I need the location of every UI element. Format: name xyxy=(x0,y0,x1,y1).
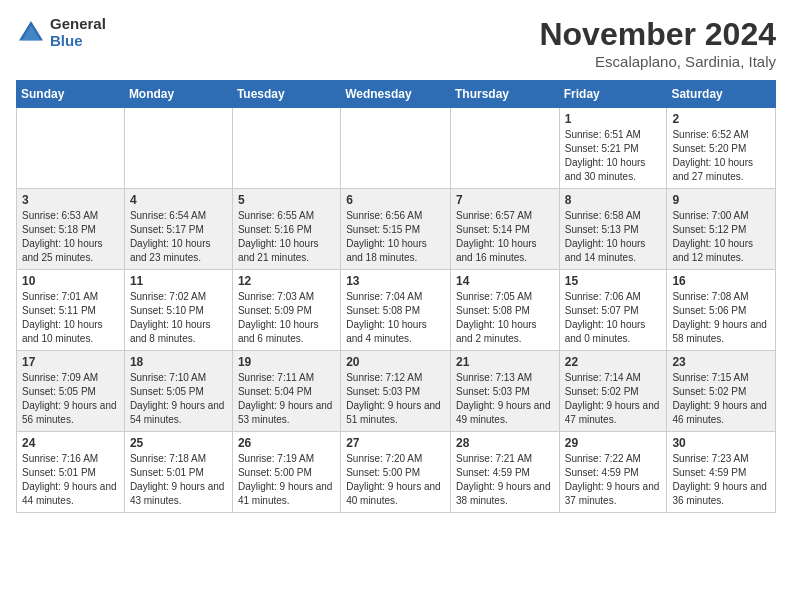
calendar-cell: 8Sunrise: 6:58 AM Sunset: 5:13 PM Daylig… xyxy=(559,189,667,270)
day-number: 17 xyxy=(22,355,119,369)
calendar-cell xyxy=(450,108,559,189)
calendar-cell: 29Sunrise: 7:22 AM Sunset: 4:59 PM Dayli… xyxy=(559,432,667,513)
day-info: Sunrise: 7:16 AM Sunset: 5:01 PM Dayligh… xyxy=(22,452,119,508)
day-number: 24 xyxy=(22,436,119,450)
location: Escalaplano, Sardinia, Italy xyxy=(539,53,776,70)
day-info: Sunrise: 7:23 AM Sunset: 4:59 PM Dayligh… xyxy=(672,452,770,508)
weekday-header-friday: Friday xyxy=(559,81,667,108)
day-info: Sunrise: 7:00 AM Sunset: 5:12 PM Dayligh… xyxy=(672,209,770,265)
day-info: Sunrise: 7:02 AM Sunset: 5:10 PM Dayligh… xyxy=(130,290,227,346)
day-number: 9 xyxy=(672,193,770,207)
calendar-cell xyxy=(124,108,232,189)
day-info: Sunrise: 7:01 AM Sunset: 5:11 PM Dayligh… xyxy=(22,290,119,346)
calendar-week-row: 1Sunrise: 6:51 AM Sunset: 5:21 PM Daylig… xyxy=(17,108,776,189)
day-number: 6 xyxy=(346,193,445,207)
day-number: 2 xyxy=(672,112,770,126)
day-info: Sunrise: 7:14 AM Sunset: 5:02 PM Dayligh… xyxy=(565,371,662,427)
calendar-cell: 20Sunrise: 7:12 AM Sunset: 5:03 PM Dayli… xyxy=(341,351,451,432)
day-info: Sunrise: 7:21 AM Sunset: 4:59 PM Dayligh… xyxy=(456,452,554,508)
day-info: Sunrise: 6:54 AM Sunset: 5:17 PM Dayligh… xyxy=(130,209,227,265)
calendar-cell: 2Sunrise: 6:52 AM Sunset: 5:20 PM Daylig… xyxy=(667,108,776,189)
calendar-cell: 11Sunrise: 7:02 AM Sunset: 5:10 PM Dayli… xyxy=(124,270,232,351)
calendar-cell: 27Sunrise: 7:20 AM Sunset: 5:00 PM Dayli… xyxy=(341,432,451,513)
day-info: Sunrise: 6:57 AM Sunset: 5:14 PM Dayligh… xyxy=(456,209,554,265)
day-info: Sunrise: 7:10 AM Sunset: 5:05 PM Dayligh… xyxy=(130,371,227,427)
weekday-header-row: SundayMondayTuesdayWednesdayThursdayFrid… xyxy=(17,81,776,108)
calendar-week-row: 17Sunrise: 7:09 AM Sunset: 5:05 PM Dayli… xyxy=(17,351,776,432)
day-info: Sunrise: 6:52 AM Sunset: 5:20 PM Dayligh… xyxy=(672,128,770,184)
calendar-cell: 3Sunrise: 6:53 AM Sunset: 5:18 PM Daylig… xyxy=(17,189,125,270)
day-number: 18 xyxy=(130,355,227,369)
day-number: 30 xyxy=(672,436,770,450)
day-number: 4 xyxy=(130,193,227,207)
calendar-cell: 4Sunrise: 6:54 AM Sunset: 5:17 PM Daylig… xyxy=(124,189,232,270)
calendar-cell: 24Sunrise: 7:16 AM Sunset: 5:01 PM Dayli… xyxy=(17,432,125,513)
calendar-cell: 1Sunrise: 6:51 AM Sunset: 5:21 PM Daylig… xyxy=(559,108,667,189)
day-info: Sunrise: 7:15 AM Sunset: 5:02 PM Dayligh… xyxy=(672,371,770,427)
day-number: 14 xyxy=(456,274,554,288)
logo: General Blue xyxy=(16,16,106,49)
day-info: Sunrise: 7:13 AM Sunset: 5:03 PM Dayligh… xyxy=(456,371,554,427)
day-number: 15 xyxy=(565,274,662,288)
calendar-cell: 30Sunrise: 7:23 AM Sunset: 4:59 PM Dayli… xyxy=(667,432,776,513)
calendar-cell: 16Sunrise: 7:08 AM Sunset: 5:06 PM Dayli… xyxy=(667,270,776,351)
day-number: 8 xyxy=(565,193,662,207)
calendar-cell xyxy=(341,108,451,189)
day-number: 19 xyxy=(238,355,335,369)
logo-icon xyxy=(16,18,46,48)
calendar-week-row: 10Sunrise: 7:01 AM Sunset: 5:11 PM Dayli… xyxy=(17,270,776,351)
weekday-header-wednesday: Wednesday xyxy=(341,81,451,108)
day-info: Sunrise: 7:05 AM Sunset: 5:08 PM Dayligh… xyxy=(456,290,554,346)
day-info: Sunrise: 7:04 AM Sunset: 5:08 PM Dayligh… xyxy=(346,290,445,346)
calendar-table: SundayMondayTuesdayWednesdayThursdayFrid… xyxy=(16,80,776,513)
title-block: November 2024 Escalaplano, Sardinia, Ita… xyxy=(539,16,776,70)
calendar-week-row: 24Sunrise: 7:16 AM Sunset: 5:01 PM Dayli… xyxy=(17,432,776,513)
calendar-cell: 15Sunrise: 7:06 AM Sunset: 5:07 PM Dayli… xyxy=(559,270,667,351)
day-info: Sunrise: 6:51 AM Sunset: 5:21 PM Dayligh… xyxy=(565,128,662,184)
calendar-cell: 14Sunrise: 7:05 AM Sunset: 5:08 PM Dayli… xyxy=(450,270,559,351)
day-info: Sunrise: 7:06 AM Sunset: 5:07 PM Dayligh… xyxy=(565,290,662,346)
day-info: Sunrise: 7:03 AM Sunset: 5:09 PM Dayligh… xyxy=(238,290,335,346)
day-number: 3 xyxy=(22,193,119,207)
day-number: 28 xyxy=(456,436,554,450)
calendar-cell: 21Sunrise: 7:13 AM Sunset: 5:03 PM Dayli… xyxy=(450,351,559,432)
day-info: Sunrise: 7:22 AM Sunset: 4:59 PM Dayligh… xyxy=(565,452,662,508)
day-number: 11 xyxy=(130,274,227,288)
day-number: 12 xyxy=(238,274,335,288)
day-info: Sunrise: 7:19 AM Sunset: 5:00 PM Dayligh… xyxy=(238,452,335,508)
day-number: 23 xyxy=(672,355,770,369)
day-info: Sunrise: 6:56 AM Sunset: 5:15 PM Dayligh… xyxy=(346,209,445,265)
calendar-week-row: 3Sunrise: 6:53 AM Sunset: 5:18 PM Daylig… xyxy=(17,189,776,270)
calendar-cell: 5Sunrise: 6:55 AM Sunset: 5:16 PM Daylig… xyxy=(232,189,340,270)
day-info: Sunrise: 6:55 AM Sunset: 5:16 PM Dayligh… xyxy=(238,209,335,265)
day-number: 22 xyxy=(565,355,662,369)
calendar-cell: 7Sunrise: 6:57 AM Sunset: 5:14 PM Daylig… xyxy=(450,189,559,270)
calendar-cell: 28Sunrise: 7:21 AM Sunset: 4:59 PM Dayli… xyxy=(450,432,559,513)
day-info: Sunrise: 7:18 AM Sunset: 5:01 PM Dayligh… xyxy=(130,452,227,508)
day-info: Sunrise: 6:58 AM Sunset: 5:13 PM Dayligh… xyxy=(565,209,662,265)
day-number: 29 xyxy=(565,436,662,450)
calendar-cell: 25Sunrise: 7:18 AM Sunset: 5:01 PM Dayli… xyxy=(124,432,232,513)
day-info: Sunrise: 7:11 AM Sunset: 5:04 PM Dayligh… xyxy=(238,371,335,427)
month-title: November 2024 xyxy=(539,16,776,53)
logo-blue: Blue xyxy=(50,33,106,50)
logo-general: General xyxy=(50,16,106,33)
day-info: Sunrise: 7:12 AM Sunset: 5:03 PM Dayligh… xyxy=(346,371,445,427)
calendar-cell: 9Sunrise: 7:00 AM Sunset: 5:12 PM Daylig… xyxy=(667,189,776,270)
calendar-cell: 17Sunrise: 7:09 AM Sunset: 5:05 PM Dayli… xyxy=(17,351,125,432)
calendar-cell xyxy=(17,108,125,189)
calendar-cell: 18Sunrise: 7:10 AM Sunset: 5:05 PM Dayli… xyxy=(124,351,232,432)
calendar-cell: 23Sunrise: 7:15 AM Sunset: 5:02 PM Dayli… xyxy=(667,351,776,432)
calendar-cell: 6Sunrise: 6:56 AM Sunset: 5:15 PM Daylig… xyxy=(341,189,451,270)
day-number: 26 xyxy=(238,436,335,450)
calendar-cell: 22Sunrise: 7:14 AM Sunset: 5:02 PM Dayli… xyxy=(559,351,667,432)
day-number: 1 xyxy=(565,112,662,126)
day-number: 25 xyxy=(130,436,227,450)
weekday-header-tuesday: Tuesday xyxy=(232,81,340,108)
calendar-cell: 26Sunrise: 7:19 AM Sunset: 5:00 PM Dayli… xyxy=(232,432,340,513)
weekday-header-monday: Monday xyxy=(124,81,232,108)
weekday-header-thursday: Thursday xyxy=(450,81,559,108)
calendar-cell xyxy=(232,108,340,189)
weekday-header-sunday: Sunday xyxy=(17,81,125,108)
day-number: 21 xyxy=(456,355,554,369)
